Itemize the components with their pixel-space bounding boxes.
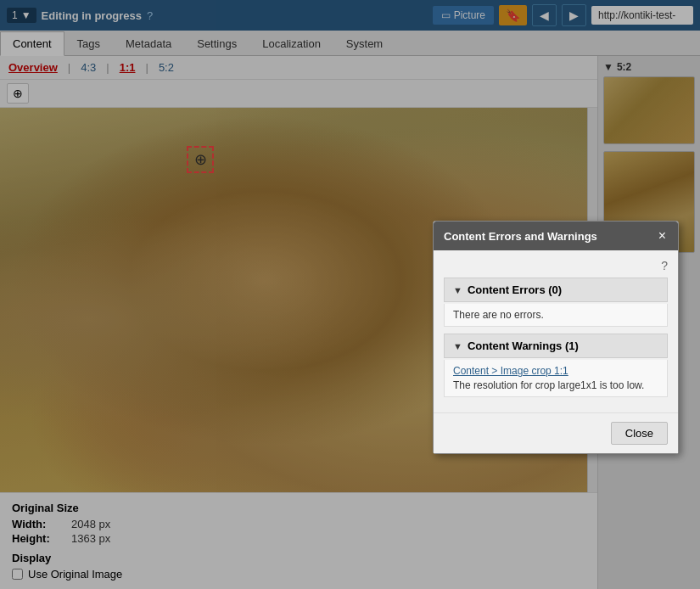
errors-arrow-icon: ▼ bbox=[453, 285, 462, 295]
close-button[interactable]: Close bbox=[611, 422, 668, 445]
warnings-content: Content > Image crop 1:1 The resolution … bbox=[444, 360, 668, 397]
warnings-arrow-icon: ▼ bbox=[453, 341, 462, 351]
warning-link[interactable]: Content > Image crop 1:1 bbox=[453, 365, 658, 377]
modal-overlay: Content Errors and Warnings × ? ▼ Conten… bbox=[0, 0, 700, 589]
modal-footer: Close bbox=[434, 412, 678, 453]
warning-text: The resolution for crop large1x1 is too … bbox=[453, 379, 644, 391]
modal-dialog: Content Errors and Warnings × ? ▼ Conten… bbox=[433, 221, 679, 454]
modal-title: Content Errors and Warnings bbox=[444, 230, 597, 243]
errors-text: There are no errors. bbox=[453, 309, 544, 321]
modal-header: Content Errors and Warnings × bbox=[434, 222, 678, 250]
modal-close-button[interactable]: × bbox=[657, 228, 668, 244]
warnings-section-header[interactable]: ▼ Content Warnings (1) bbox=[444, 334, 668, 358]
modal-body: ? ▼ Content Errors (0) There are no erro… bbox=[434, 250, 678, 412]
modal-help-icon[interactable]: ? bbox=[444, 259, 668, 272]
errors-label: Content Errors (0) bbox=[468, 283, 562, 296]
errors-content: There are no errors. bbox=[444, 304, 668, 327]
warnings-label: Content Warnings (1) bbox=[468, 339, 579, 352]
errors-section-header[interactable]: ▼ Content Errors (0) bbox=[444, 278, 668, 302]
